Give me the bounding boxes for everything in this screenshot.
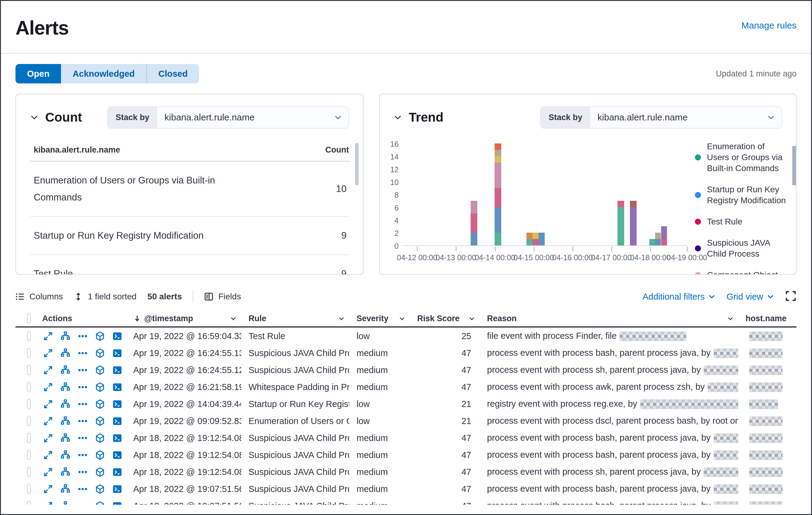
analyze-event-icon[interactable] <box>61 450 70 460</box>
rule-cell[interactable]: Suspicious JAVA Child Proc... <box>241 365 349 375</box>
legend-item[interactable]: Suspicious JAVA Child Process <box>695 238 789 259</box>
expand-alert-icon[interactable] <box>44 332 53 341</box>
column-header-reason[interactable]: Reason <box>480 314 738 323</box>
grid-view-button[interactable]: Grid view <box>726 292 774 302</box>
host-name-cell[interactable] <box>738 348 796 358</box>
reason-cell[interactable]: process event with process dscl, parent … <box>480 416 738 426</box>
trend-stack-by-select[interactable]: Stack by kibana.alert.rule.name <box>541 107 782 128</box>
select-row-checkbox[interactable] <box>27 382 31 392</box>
analyze-event-icon[interactable] <box>61 417 70 426</box>
host-name-cell[interactable] <box>738 484 796 494</box>
analyze-event-icon[interactable] <box>61 365 70 375</box>
collapse-chevron-icon[interactable] <box>30 113 38 122</box>
investigate-in-timeline-icon[interactable] <box>95 349 105 358</box>
count-table-row[interactable]: Test Rule 9 <box>30 255 349 275</box>
expand-alert-icon[interactable] <box>44 399 53 409</box>
open-session-view-icon[interactable] <box>113 365 122 375</box>
host-name-cell[interactable] <box>738 467 796 477</box>
host-name-cell[interactable] <box>738 433 796 443</box>
investigate-in-timeline-icon[interactable] <box>95 332 105 341</box>
stacked-bar[interactable] <box>495 144 501 245</box>
stacked-bar[interactable] <box>630 201 637 245</box>
investigate-in-timeline-icon[interactable] <box>95 417 105 426</box>
select-row-checkbox[interactable] <box>27 331 31 341</box>
rule-cell[interactable]: Suspicious JAVA Child Proc... <box>241 348 349 358</box>
rule-cell[interactable]: Suspicious JAVA Child Proc... <box>241 501 349 505</box>
chevron-down-icon[interactable] <box>727 315 734 322</box>
expand-alert-icon[interactable] <box>44 502 53 505</box>
reason-cell[interactable]: process event with process bash, parent … <box>480 484 738 494</box>
more-actions-icon[interactable] <box>78 433 87 443</box>
stacked-bar[interactable] <box>649 239 655 245</box>
status-tab-closed[interactable]: Closed <box>146 64 199 83</box>
host-name-cell[interactable] <box>738 450 796 460</box>
manage-rules-link[interactable]: Manage rules <box>741 20 796 31</box>
investigate-in-timeline-icon[interactable] <box>95 433 105 443</box>
legend-item[interactable]: Component Object <box>695 270 789 275</box>
expand-alert-icon[interactable] <box>44 467 53 477</box>
select-row-checkbox[interactable] <box>27 450 31 460</box>
rule-cell[interactable]: Suspicious JAVA Child Proc... <box>241 484 349 494</box>
open-session-view-icon[interactable] <box>113 383 122 392</box>
analyze-event-icon[interactable] <box>61 332 70 341</box>
stacked-bar[interactable] <box>526 233 532 245</box>
expand-alert-icon[interactable] <box>44 349 53 358</box>
reason-cell[interactable]: process event with process bash, parent … <box>480 433 738 443</box>
chevron-down-icon[interactable] <box>338 315 345 322</box>
timestamp-cell[interactable]: Apr 18, 2022 @ 19:12:54.088 <box>126 450 241 460</box>
analyze-event-icon[interactable] <box>61 502 70 505</box>
count-stack-by-select[interactable]: Stack by kibana.alert.rule.name <box>108 107 349 128</box>
host-name-cell[interactable] <box>738 382 796 392</box>
stacked-bar[interactable] <box>539 233 545 245</box>
column-header-timestamp[interactable]: @timestamp <box>126 314 241 323</box>
analyze-event-icon[interactable] <box>61 399 70 409</box>
chevron-down-icon[interactable] <box>399 315 406 322</box>
fullscreen-button[interactable] <box>785 290 796 303</box>
chevron-down-icon[interactable] <box>468 315 475 322</box>
open-session-view-icon[interactable] <box>113 450 122 460</box>
investigate-in-timeline-icon[interactable] <box>95 399 105 409</box>
stacked-bar[interactable] <box>471 201 477 245</box>
select-row-checkbox[interactable] <box>27 501 31 505</box>
rule-cell[interactable]: Enumeration of Users or Gr... <box>241 416 349 426</box>
status-tab-acknowledged[interactable]: Acknowledged <box>61 64 146 83</box>
select-row-checkbox[interactable] <box>27 399 31 409</box>
reason-cell[interactable]: file event with process Finder, file <box>480 331 738 341</box>
sort-fields-button[interactable]: 1 field sorted <box>74 292 136 301</box>
stacked-bar[interactable] <box>655 233 661 245</box>
expand-alert-icon[interactable] <box>44 484 53 494</box>
host-name-cell[interactable] <box>738 399 796 409</box>
fields-button[interactable]: Fields <box>204 292 241 301</box>
legend-scrollbar[interactable] <box>792 146 796 185</box>
open-session-view-icon[interactable] <box>113 502 122 505</box>
reason-cell[interactable]: registry event with process reg.exe, by <box>480 399 738 409</box>
select-row-checkbox[interactable] <box>27 467 31 477</box>
select-row-checkbox[interactable] <box>27 433 31 443</box>
column-header-severity[interactable]: Severity <box>349 314 410 323</box>
open-session-view-icon[interactable] <box>113 349 122 358</box>
more-actions-icon[interactable] <box>78 484 87 494</box>
more-actions-icon[interactable] <box>78 399 87 409</box>
status-tab-open[interactable]: Open <box>16 64 61 83</box>
open-session-view-icon[interactable] <box>113 417 122 426</box>
select-all-checkbox[interactable] <box>27 313 31 324</box>
more-actions-icon[interactable] <box>78 383 87 392</box>
more-actions-icon[interactable] <box>78 365 87 375</box>
timestamp-cell[interactable]: Apr 18, 2022 @ 19:07:51.565 <box>126 501 241 505</box>
select-row-checkbox[interactable] <box>27 416 31 426</box>
stacked-bar[interactable] <box>661 226 667 245</box>
more-actions-icon[interactable] <box>78 450 87 460</box>
timestamp-cell[interactable]: Apr 19, 2022 @ 09:09:52.834 <box>126 416 241 426</box>
rule-cell[interactable]: Suspicious JAVA Child Proc... <box>241 467 349 477</box>
timestamp-cell[interactable]: Apr 19, 2022 @ 16:21:58.195 <box>126 382 241 392</box>
analyze-event-icon[interactable] <box>61 467 70 477</box>
rule-cell[interactable]: Startup or Run Key Registry... <box>241 399 349 409</box>
select-row-checkbox[interactable] <box>27 484 31 494</box>
reason-cell[interactable]: process event with process sh, parent pr… <box>480 467 738 477</box>
timestamp-cell[interactable]: Apr 18, 2022 @ 19:12:54.089 <box>126 433 241 443</box>
rule-cell[interactable]: Suspicious JAVA Child Proc... <box>241 450 349 460</box>
stacked-bar[interactable] <box>617 201 624 245</box>
more-actions-icon[interactable] <box>78 417 87 426</box>
investigate-in-timeline-icon[interactable] <box>95 502 105 505</box>
rule-cell[interactable]: Test Rule <box>241 331 349 341</box>
